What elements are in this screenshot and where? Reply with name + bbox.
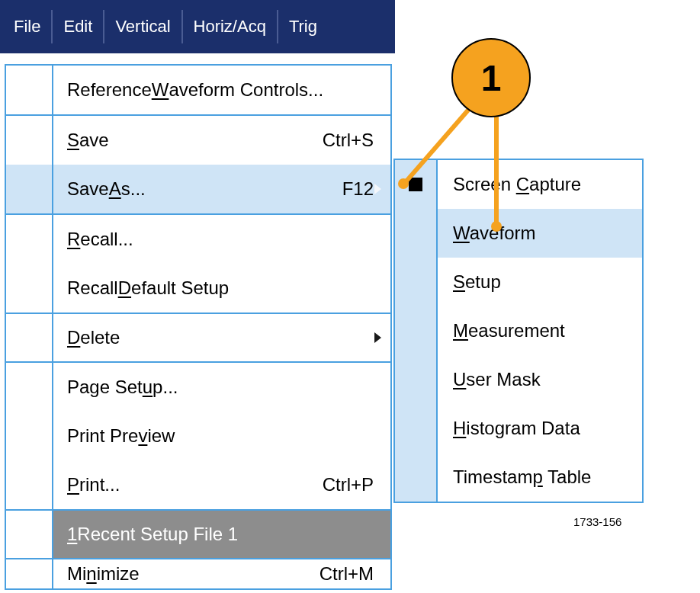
submenu-label: Screen Capture [438,174,642,195]
callout-line [494,116,499,224]
menu-label: Minimize [53,563,319,585]
menu-item-recall-default[interactable]: Recall Default Setup [6,264,390,313]
menu-label: Delete [53,327,390,348]
menu-shortcut: Ctrl+P [323,474,390,495]
menu-label: Print Preview [53,425,390,447]
menu-shortcut: Ctrl+S [323,130,390,151]
submenu-item-user-mask[interactable]: User Mask [395,355,642,404]
submenu-label: User Mask [438,369,642,390]
menu-item-reference-waveform[interactable]: Reference Waveform Controls... [6,66,390,114]
menu-item-recall[interactable]: Recall... [6,215,390,264]
submenu-label: Timestamp Table [438,466,642,488]
submenu-icon-cell [395,453,438,502]
menu-label: Page Setup... [53,377,390,398]
menu-icon-cell [6,511,53,558]
submenu-icon-cell [395,355,438,404]
menu-item-page-setup[interactable]: Page Setup... [6,363,390,412]
submenu-icon-cell [395,258,438,306]
submenu-arrow-icon [374,184,381,194]
submenu-label: Measurement [438,320,642,341]
submenu-icon-cell [395,404,438,453]
menu-icon-cell [6,363,53,412]
menubar-item-trig[interactable]: Trig [278,10,328,43]
callout-badge: 1 [451,38,531,117]
menu-icon-cell [6,165,53,213]
submenu-arrow-icon [374,332,381,343]
menu-icon-cell [6,314,53,361]
menu-icon-cell [6,116,53,165]
menu-item-print-preview[interactable]: Print Preview [6,412,390,460]
submenu-icon-cell [395,209,438,258]
menu-shortcut: Ctrl+M [319,563,390,585]
submenu-item-histogram[interactable]: Histogram Data [395,404,642,453]
menu-item-minimize[interactable]: Minimize Ctrl+M [6,558,390,588]
menu-shortcut: F12 [342,178,390,200]
submenu-label: Histogram Data [438,418,642,439]
menu-item-save-as[interactable]: Save As... F12 [6,165,390,213]
menu-icon-cell [6,66,53,114]
menubar-item-horiz[interactable]: Horiz/Acq [183,10,278,43]
menubar-item-edit[interactable]: Edit [53,10,104,43]
submenu-item-waveform[interactable]: Waveform [395,209,642,258]
submenu-label: Setup [438,271,642,293]
menu-label: Print... [53,474,323,495]
menu-label: Save As... [53,178,342,200]
menu-item-delete[interactable]: Delete [6,313,390,361]
callout-dot [491,221,502,232]
submenu-item-measurement[interactable]: Measurement [395,306,642,355]
submenu-item-setup[interactable]: Setup [395,258,642,306]
menu-icon-cell [6,215,53,264]
submenu-icon-cell [395,306,438,355]
menu-icon-cell [6,460,53,509]
menu-item-recent-setup[interactable]: 1 Recent Setup File 1 [6,509,390,558]
callout-number: 1 [481,57,502,99]
default-marker-icon [409,178,422,191]
menu-icon-cell [6,264,53,313]
menubar-item-vertical[interactable]: Vertical [104,10,182,43]
menu-label: Reference Waveform Controls... [53,79,390,101]
save-as-submenu: Screen Capture Waveform Setup Measuremen… [393,159,644,503]
file-menu: Reference Waveform Controls... Save Ctrl… [5,64,392,590]
menu-icon-cell [6,559,53,588]
figure-id: 1733-156 [573,515,621,528]
menubar: File Edit Vertical Horiz/Acq Trig [0,0,395,53]
menu-item-save[interactable]: Save Ctrl+S [6,116,390,165]
menu-icon-cell [6,412,53,460]
menu-label: Recall... [53,229,390,250]
menu-item-print[interactable]: Print... Ctrl+P [6,460,390,509]
menu-label: 1 Recent Setup File 1 [53,524,390,545]
submenu-item-screen-capture[interactable]: Screen Capture [395,160,642,209]
submenu-label: Waveform [438,223,642,244]
menu-label: Recall Default Setup [53,277,390,299]
submenu-item-timestamp[interactable]: Timestamp Table [395,453,642,502]
menubar-item-file[interactable]: File [0,10,53,43]
callout-dot [398,178,409,189]
menu-label: Save [53,130,323,151]
